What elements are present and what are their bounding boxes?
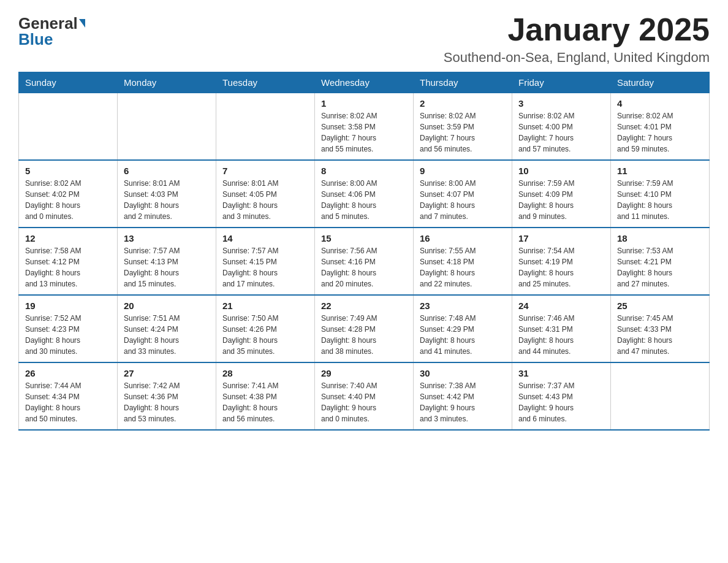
calendar-cell: 14Sunrise: 7:57 AM Sunset: 4:15 PM Dayli… xyxy=(216,228,315,295)
calendar-header-friday: Friday xyxy=(512,72,611,93)
day-number: 2 xyxy=(420,98,506,109)
day-number: 23 xyxy=(420,301,506,311)
day-number: 30 xyxy=(420,368,506,378)
title-block: January 2025 Southend-on-Sea, England, U… xyxy=(444,12,710,66)
day-number: 24 xyxy=(518,301,604,311)
day-number: 10 xyxy=(518,166,604,176)
day-info: Sunrise: 7:54 AM Sunset: 4:19 PM Dayligh… xyxy=(518,245,604,289)
calendar-header-row: SundayMondayTuesdayWednesdayThursdayFrid… xyxy=(19,72,710,93)
day-number: 29 xyxy=(321,368,407,378)
calendar-cell: 31Sunrise: 7:37 AM Sunset: 4:43 PM Dayli… xyxy=(512,362,611,430)
calendar-header-thursday: Thursday xyxy=(414,72,512,93)
day-info: Sunrise: 7:51 AM Sunset: 4:24 PM Dayligh… xyxy=(124,313,210,357)
day-number: 1 xyxy=(321,98,407,109)
calendar-header-tuesday: Tuesday xyxy=(216,72,315,93)
day-info: Sunrise: 8:02 AM Sunset: 3:58 PM Dayligh… xyxy=(321,110,407,155)
calendar-cell: 23Sunrise: 7:48 AM Sunset: 4:29 PM Dayli… xyxy=(414,295,512,362)
calendar-cell: 5Sunrise: 8:02 AM Sunset: 4:02 PM Daylig… xyxy=(19,160,118,228)
day-info: Sunrise: 7:57 AM Sunset: 4:15 PM Dayligh… xyxy=(222,245,308,289)
day-number: 22 xyxy=(321,301,407,311)
calendar-cell: 29Sunrise: 7:40 AM Sunset: 4:40 PM Dayli… xyxy=(315,362,414,430)
calendar-cell: 9Sunrise: 8:00 AM Sunset: 4:07 PM Daylig… xyxy=(414,160,512,228)
day-number: 15 xyxy=(321,233,407,243)
calendar-header-monday: Monday xyxy=(118,72,216,93)
day-number: 20 xyxy=(124,301,210,311)
calendar-cell: 12Sunrise: 7:58 AM Sunset: 4:12 PM Dayli… xyxy=(19,228,118,295)
day-number: 7 xyxy=(222,166,308,176)
calendar-cell xyxy=(611,362,710,430)
day-info: Sunrise: 7:49 AM Sunset: 4:28 PM Dayligh… xyxy=(321,313,407,357)
calendar-cell: 24Sunrise: 7:46 AM Sunset: 4:31 PM Dayli… xyxy=(512,295,611,362)
day-info: Sunrise: 7:40 AM Sunset: 4:40 PM Dayligh… xyxy=(321,380,407,424)
day-info: Sunrise: 8:01 AM Sunset: 4:05 PM Dayligh… xyxy=(222,178,308,222)
month-title: January 2025 xyxy=(444,12,710,47)
day-number: 26 xyxy=(25,368,111,378)
calendar-cell: 27Sunrise: 7:42 AM Sunset: 4:36 PM Dayli… xyxy=(118,362,216,430)
day-info: Sunrise: 7:37 AM Sunset: 4:43 PM Dayligh… xyxy=(518,380,604,424)
calendar-cell: 20Sunrise: 7:51 AM Sunset: 4:24 PM Dayli… xyxy=(118,295,216,362)
day-number: 8 xyxy=(321,166,407,176)
calendar-week-row: 12Sunrise: 7:58 AM Sunset: 4:12 PM Dayli… xyxy=(19,228,710,295)
day-info: Sunrise: 7:52 AM Sunset: 4:23 PM Dayligh… xyxy=(25,313,111,357)
day-number: 14 xyxy=(222,233,308,243)
calendar-cell: 26Sunrise: 7:44 AM Sunset: 4:34 PM Dayli… xyxy=(19,362,118,430)
calendar-cell: 17Sunrise: 7:54 AM Sunset: 4:19 PM Dayli… xyxy=(512,228,611,295)
calendar-header-sunday: Sunday xyxy=(19,72,118,93)
calendar-cell: 13Sunrise: 7:57 AM Sunset: 4:13 PM Dayli… xyxy=(118,228,216,295)
day-info: Sunrise: 7:53 AM Sunset: 4:21 PM Dayligh… xyxy=(617,245,703,289)
day-info: Sunrise: 7:46 AM Sunset: 4:31 PM Dayligh… xyxy=(518,313,604,357)
calendar-header-saturday: Saturday xyxy=(611,72,710,93)
day-number: 4 xyxy=(617,98,703,109)
day-info: Sunrise: 8:02 AM Sunset: 4:00 PM Dayligh… xyxy=(518,110,604,155)
day-info: Sunrise: 7:57 AM Sunset: 4:13 PM Dayligh… xyxy=(124,245,210,289)
day-info: Sunrise: 8:00 AM Sunset: 4:07 PM Dayligh… xyxy=(420,178,506,222)
logo: General Blue xyxy=(18,12,85,47)
day-number: 31 xyxy=(518,368,604,378)
logo-triangle-icon xyxy=(79,19,85,28)
day-number: 16 xyxy=(420,233,506,243)
page-header: General Blue January 2025 Southend-on-Se… xyxy=(18,12,710,66)
day-number: 11 xyxy=(617,166,703,176)
day-number: 28 xyxy=(222,368,308,378)
day-number: 19 xyxy=(25,301,111,311)
calendar-cell: 15Sunrise: 7:56 AM Sunset: 4:16 PM Dayli… xyxy=(315,228,414,295)
day-info: Sunrise: 8:00 AM Sunset: 4:06 PM Dayligh… xyxy=(321,178,407,222)
calendar-cell: 8Sunrise: 8:00 AM Sunset: 4:06 PM Daylig… xyxy=(315,160,414,228)
calendar-cell: 7Sunrise: 8:01 AM Sunset: 4:05 PM Daylig… xyxy=(216,160,315,228)
day-info: Sunrise: 7:48 AM Sunset: 4:29 PM Dayligh… xyxy=(420,313,506,357)
calendar-cell xyxy=(216,93,315,161)
calendar-cell: 3Sunrise: 8:02 AM Sunset: 4:00 PM Daylig… xyxy=(512,93,611,161)
calendar-header-wednesday: Wednesday xyxy=(315,72,414,93)
calendar-cell: 18Sunrise: 7:53 AM Sunset: 4:21 PM Dayli… xyxy=(611,228,710,295)
day-info: Sunrise: 8:02 AM Sunset: 4:01 PM Dayligh… xyxy=(617,110,703,155)
calendar-cell: 25Sunrise: 7:45 AM Sunset: 4:33 PM Dayli… xyxy=(611,295,710,362)
logo-blue-text: Blue xyxy=(18,31,53,47)
day-number: 21 xyxy=(222,301,308,311)
location-title: Southend-on-Sea, England, United Kingdom xyxy=(444,50,710,66)
day-info: Sunrise: 7:41 AM Sunset: 4:38 PM Dayligh… xyxy=(222,380,308,424)
day-number: 25 xyxy=(617,301,703,311)
day-number: 9 xyxy=(420,166,506,176)
logo-general-text: General xyxy=(18,15,78,31)
day-info: Sunrise: 8:01 AM Sunset: 4:03 PM Dayligh… xyxy=(124,178,210,222)
day-number: 17 xyxy=(518,233,604,243)
calendar-cell: 30Sunrise: 7:38 AM Sunset: 4:42 PM Dayli… xyxy=(414,362,512,430)
calendar-cell: 1Sunrise: 8:02 AM Sunset: 3:58 PM Daylig… xyxy=(315,93,414,161)
day-info: Sunrise: 7:55 AM Sunset: 4:18 PM Dayligh… xyxy=(420,245,506,289)
calendar-table: SundayMondayTuesdayWednesdayThursdayFrid… xyxy=(18,72,710,431)
calendar-cell xyxy=(19,93,118,161)
calendar-cell: 2Sunrise: 8:02 AM Sunset: 3:59 PM Daylig… xyxy=(414,93,512,161)
day-number: 6 xyxy=(124,166,210,176)
calendar-cell: 16Sunrise: 7:55 AM Sunset: 4:18 PM Dayli… xyxy=(414,228,512,295)
day-info: Sunrise: 7:45 AM Sunset: 4:33 PM Dayligh… xyxy=(617,313,703,357)
calendar-cell xyxy=(118,93,216,161)
day-info: Sunrise: 7:58 AM Sunset: 4:12 PM Dayligh… xyxy=(25,245,111,289)
day-info: Sunrise: 7:56 AM Sunset: 4:16 PM Dayligh… xyxy=(321,245,407,289)
day-number: 27 xyxy=(124,368,210,378)
day-info: Sunrise: 7:59 AM Sunset: 4:09 PM Dayligh… xyxy=(518,178,604,222)
day-info: Sunrise: 8:02 AM Sunset: 3:59 PM Dayligh… xyxy=(420,110,506,155)
day-info: Sunrise: 7:59 AM Sunset: 4:10 PM Dayligh… xyxy=(617,178,703,222)
day-info: Sunrise: 7:42 AM Sunset: 4:36 PM Dayligh… xyxy=(124,380,210,424)
calendar-cell: 11Sunrise: 7:59 AM Sunset: 4:10 PM Dayli… xyxy=(611,160,710,228)
calendar-week-row: 5Sunrise: 8:02 AM Sunset: 4:02 PM Daylig… xyxy=(19,160,710,228)
